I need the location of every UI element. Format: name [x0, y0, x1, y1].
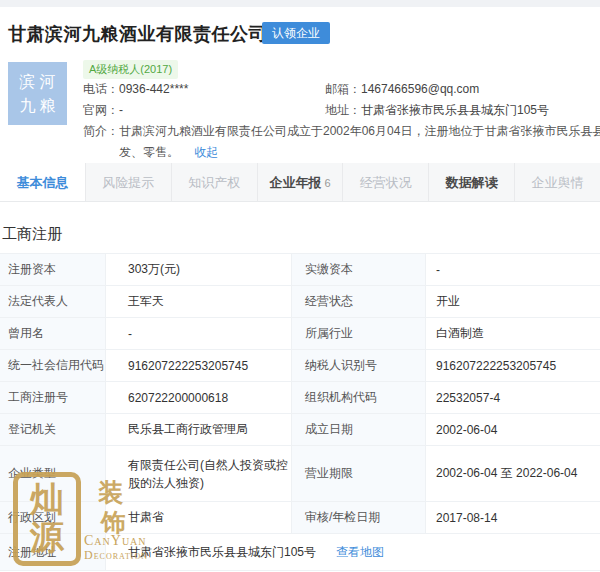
company-intro: 简介： 甘肃滨河九粮酒业有限责任公司成立于2002年06月04日，注册地位于甘肃…	[83, 121, 600, 163]
table-row: 登记机关 民乐县工商行政管理局 成立日期 2002-06-04	[0, 414, 600, 446]
company-profile-page: 甘肃滨河九粮酒业有限责任公司 认领企业 滨河 九粮 A级纳税人(2017) 电话…	[0, 0, 600, 572]
field-label: 审核/年检日期	[292, 502, 426, 534]
tab-data-insights[interactable]: 数据解读	[429, 163, 515, 201]
tab-basic-info[interactable]: 基本信息	[0, 163, 86, 201]
address-value: 甘肃省张掖市民乐县县城东门105号	[361, 103, 549, 117]
field-label: 企业类型	[0, 446, 106, 502]
registration-table: 注册资本 303万(元) 实缴资本 - 法定代表人 王军天 经营状态 开业 曾用…	[0, 253, 600, 571]
field-value: 甘肃省	[106, 502, 292, 534]
field-label: 统一社会信用代码	[0, 350, 106, 382]
field-label: 曾用名	[0, 318, 106, 350]
phone-line: 电话：0936-442****	[83, 81, 188, 98]
logo-line1: 滨河	[16, 70, 60, 94]
field-label: 经营状态	[292, 286, 426, 318]
tab-public-sentiment[interactable]: 企业舆情	[515, 163, 600, 201]
tax-rating-badge: A级纳税人(2017)	[83, 60, 178, 79]
page-title: 甘肃滨河九粮酒业有限责任公司	[8, 22, 267, 46]
field-value: 民乐县工商行政管理局	[106, 414, 292, 446]
table-row: 曾用名 - 所属行业 白酒制造	[0, 318, 600, 350]
field-value: 303万(元)	[106, 254, 292, 286]
email-value: 1467466596@qq.com	[361, 82, 479, 96]
field-value: 620722200000618	[106, 382, 292, 414]
phone-value: 0936-442****	[119, 82, 188, 96]
website-line: 官网：-	[83, 102, 123, 119]
field-label: 所属行业	[292, 318, 426, 350]
address-line: 地址：甘肃省张掖市民乐县县城东门105号	[325, 102, 549, 119]
table-row: 行政区划 甘肃省 审核/年检日期 2017-08-14	[0, 502, 600, 534]
field-value: 916207222253205745	[426, 350, 600, 382]
field-value: -	[426, 254, 600, 286]
tab-operating-status[interactable]: 经营状况	[343, 163, 429, 201]
table-row: 工商注册号 620722200000618 组织机构代码 22532057-4	[0, 382, 600, 414]
email-line: 邮箱：1467466596@qq.com	[325, 81, 479, 98]
collapse-link[interactable]: 收起	[194, 145, 218, 159]
field-label: 注册地址	[0, 534, 106, 571]
field-label: 登记机关	[0, 414, 106, 446]
company-logo: 滨河 九粮	[8, 62, 67, 125]
top-strip	[0, 0, 600, 7]
field-value: 22532057-4	[426, 382, 600, 414]
field-value: 开业	[426, 286, 600, 318]
tab-risk-alerts[interactable]: 风险提示	[86, 163, 172, 201]
logo-line2: 九粮	[16, 94, 60, 118]
table-row: 统一社会信用代码 916207222253205745 纳税人识别号 91620…	[0, 350, 600, 382]
table-row: 企业类型 有限责任公司(自然人投资或控股的法人独资) 营业期限 2002-06-…	[0, 446, 600, 502]
tab-bar: 基本信息 风险提示 知识产权 企业年报6 经营状况 数据解读 企业舆情	[0, 163, 600, 202]
website-value: -	[119, 103, 123, 117]
tab-intellectual-property[interactable]: 知识产权	[172, 163, 258, 201]
field-value: 有限责任公司(自然人投资或控股的法人独资)	[106, 446, 292, 502]
field-label: 注册资本	[0, 254, 106, 286]
registered-address-value: 甘肃省张掖市民乐县县城东门105号	[128, 544, 316, 561]
intro-text-line2: 发、零售。	[119, 145, 179, 159]
section-title: 工商注册	[2, 225, 62, 244]
claim-company-button[interactable]: 认领企业	[262, 22, 330, 44]
table-row: 注册资本 303万(元) 实缴资本 -	[0, 254, 600, 286]
annual-report-count: 6	[324, 177, 330, 189]
field-label: 成立日期	[292, 414, 426, 446]
registered-address-cell: 甘肃省张掖市民乐县县城东门105号 查看地图	[106, 534, 600, 571]
field-label: 实缴资本	[292, 254, 426, 286]
field-value: 白酒制造	[426, 318, 600, 350]
field-value: -	[106, 318, 292, 350]
field-value: 2002-06-04	[426, 414, 600, 446]
field-label: 法定代表人	[0, 286, 106, 318]
field-label: 行政区划	[0, 502, 106, 534]
table-row: 法定代表人 王军天 经营状态 开业	[0, 286, 600, 318]
field-value: 2002-06-04 至 2022-06-04	[426, 446, 600, 502]
field-value: 916207222253205745	[106, 350, 292, 382]
intro-label: 简介：	[83, 121, 119, 163]
table-row: 注册地址 甘肃省张掖市民乐县县城东门105号 查看地图	[0, 534, 600, 571]
field-label: 工商注册号	[0, 382, 106, 414]
field-label: 组织机构代码	[292, 382, 426, 414]
field-value: 王军天	[106, 286, 292, 318]
intro-text-line1: 甘肃滨河九粮酒业有限责任公司成立于2002年06月04日，注册地位于甘肃省张掖市…	[119, 121, 600, 142]
tab-annual-report[interactable]: 企业年报6	[258, 163, 344, 201]
field-label: 纳税人识别号	[292, 350, 426, 382]
view-map-link[interactable]: 查看地图	[336, 544, 384, 561]
field-value: 2017-08-14	[426, 502, 600, 534]
field-label: 营业期限	[292, 446, 426, 502]
